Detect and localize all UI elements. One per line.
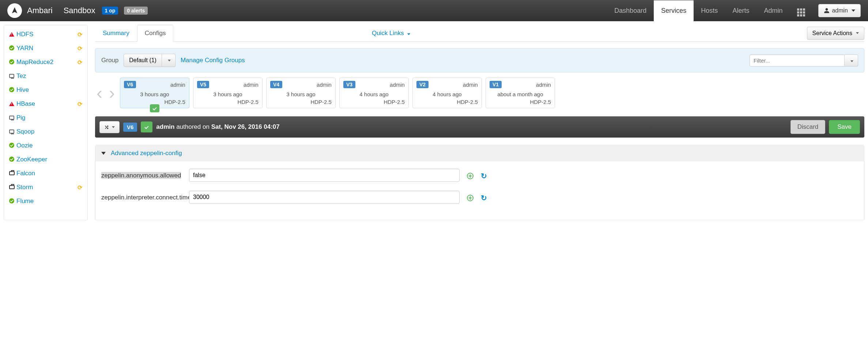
version-stack: HDP-2.5 (270, 99, 332, 105)
version-badge: V1 (490, 81, 502, 88)
cluster-name[interactable]: Sandbox (64, 6, 95, 15)
shuffle-icon: ⤭ (104, 124, 109, 131)
nav-admin[interactable]: Admin (756, 0, 790, 21)
views-grid-icon[interactable] (790, 0, 812, 23)
alert-icon (9, 101, 16, 107)
version-stack: HDP-2.5 (343, 99, 405, 105)
client-icon (9, 115, 16, 121)
refresh-icon[interactable]: ⟳ (78, 59, 82, 66)
refresh-icon[interactable]: ⟳ (78, 45, 82, 52)
version-card-v5[interactable]: V5admin 3 hours ago HDP-2.5 (193, 78, 263, 108)
version-author: admin (317, 82, 332, 88)
sidebar-item-mapreduce2[interactable]: MapReduce2⟳ (4, 55, 87, 69)
version-time: 3 hours ago (270, 91, 332, 97)
client-icon (9, 129, 16, 135)
caret-down-icon (112, 126, 115, 128)
sidebar-item-sqoop[interactable]: Sqoop (4, 125, 87, 139)
brand-label[interactable]: Ambari (27, 6, 53, 15)
save-button[interactable]: Save (829, 120, 860, 134)
client-icon (9, 73, 16, 79)
config-input-zeppelin-anonymous-allowed[interactable] (189, 169, 460, 182)
sidebar-item-storm[interactable]: Storm⟳ (4, 180, 87, 194)
override-add-icon[interactable]: + (467, 195, 473, 201)
refresh-icon[interactable]: ⟳ (78, 101, 82, 108)
config-input-zeppelin-interpreter-connect-timeout[interactable] (189, 191, 460, 204)
compare-button[interactable]: ⤭ (99, 121, 120, 133)
filter-input[interactable] (750, 55, 845, 67)
sidebar-item-yarn[interactable]: YARN⟳ (4, 41, 87, 55)
sidebar-item-hbase[interactable]: HBase⟳ (4, 97, 87, 111)
nav-dashboard[interactable]: Dashboard (607, 0, 654, 21)
top-navbar: Ambari Sandbox 1 op 0 alerts Dashboard S… (0, 0, 868, 21)
sidebar-item-oozie[interactable]: Oozie (4, 139, 87, 153)
versions-prev-arrow[interactable]: ‹ (95, 84, 104, 102)
quick-links-dropdown[interactable]: Quick Links (372, 30, 410, 37)
ok-icon (9, 198, 16, 205)
version-badge: V4 (270, 81, 282, 88)
applied-check-icon (141, 121, 152, 132)
version-card-v1[interactable]: V1admin about a month ago HDP-2.5 (486, 78, 555, 108)
version-author: admin (536, 82, 551, 88)
version-author: admin (170, 82, 185, 88)
undo-icon[interactable]: ↻ (481, 194, 487, 202)
tab-summary[interactable]: Summary (95, 25, 137, 41)
version-author: admin (390, 82, 405, 88)
user-dropdown[interactable]: admin (818, 4, 861, 17)
config-label: zeppelin.anonymous.allowed (101, 172, 181, 179)
sidebar-item-hive[interactable]: Hive (4, 83, 87, 97)
override-add-icon[interactable]: + (467, 173, 473, 179)
sidebar-item-hdfs[interactable]: HDFS⟳ (4, 27, 87, 41)
tab-configs[interactable]: Configs (137, 25, 174, 42)
main-content: Summary Configs Quick Links Service Acti… (95, 25, 864, 220)
config-group-bar: Group Default (1) Manage Config Groups (95, 48, 864, 72)
version-badge: V2 (416, 81, 429, 88)
caret-down-icon (852, 10, 855, 12)
version-author: admin (463, 82, 478, 88)
alerts-badge[interactable]: 0 alerts (124, 7, 148, 15)
sidebar-item-tez[interactable]: Tez (4, 69, 87, 83)
undo-icon[interactable]: ↻ (481, 172, 487, 180)
service-tabs: Summary Configs (95, 25, 173, 41)
config-versions-row: ‹ › V6admin 3 hours ago HDP-2.5 V5admin … (95, 78, 864, 108)
author-text: admin authored on Sat, Nov 26, 2016 04:0… (156, 123, 279, 131)
discard-button[interactable]: Discard (790, 120, 826, 134)
sidebar-item-zookeeper[interactable]: ZooKeeper (4, 153, 87, 166)
version-badge: V3 (343, 81, 355, 88)
config-row: zeppelin.interpreter.connect.timeout + ↻ (101, 191, 858, 204)
user-label: admin (832, 7, 848, 14)
sidebar-item-pig[interactable]: Pig (4, 111, 87, 125)
sidebar-item-flume[interactable]: Flume (4, 194, 87, 208)
nav-hosts[interactable]: Hosts (694, 0, 725, 21)
refresh-icon[interactable]: ⟳ (78, 31, 82, 38)
version-card-v3[interactable]: V3admin 4 hours ago HDP-2.5 (339, 78, 409, 108)
version-card-v6[interactable]: V6admin 3 hours ago HDP-2.5 (120, 78, 189, 108)
service-sidebar: HDFS⟳ YARN⟳ MapReduce2⟳ Tez Hive HBase⟳ … (4, 25, 88, 220)
version-badge: V5 (197, 81, 209, 88)
config-panel: Advanced zeppelin-config zeppelin.anonym… (95, 145, 864, 220)
service-actions-dropdown[interactable]: Service Actions (807, 27, 864, 40)
ok-icon (9, 59, 16, 65)
config-section-toggle[interactable]: Advanced zeppelin-config (95, 145, 864, 161)
version-card-v2[interactable]: V2admin 4 hours ago HDP-2.5 (412, 78, 482, 108)
version-author-bar: ⤭ V6 admin authored on Sat, Nov 26, 2016… (95, 116, 864, 138)
sidebar-item-falcon[interactable]: Falcon (4, 166, 87, 180)
ambari-logo-icon[interactable] (7, 3, 22, 18)
filter-dropdown-button[interactable] (845, 55, 858, 67)
version-stack: HDP-2.5 (490, 99, 551, 105)
nav-alerts[interactable]: Alerts (725, 0, 756, 21)
version-badge: V6 (124, 81, 136, 88)
version-card-v4[interactable]: V4admin 3 hours ago HDP-2.5 (266, 78, 336, 108)
caret-down-icon (407, 33, 410, 35)
config-label: zeppelin.interpreter.connect.timeout (101, 194, 200, 201)
versions-next-arrow[interactable]: › (107, 84, 116, 102)
config-row: zeppelin.anonymous.allowed + ↻ (101, 169, 858, 182)
nav-services[interactable]: Services (654, 0, 694, 21)
group-caret-button[interactable] (162, 54, 176, 67)
version-time: about a month ago (490, 91, 551, 97)
ops-badge[interactable]: 1 op (102, 7, 118, 15)
group-select[interactable]: Default (1) (124, 54, 176, 67)
caret-down-icon (850, 60, 853, 62)
group-selected-button[interactable]: Default (1) (124, 54, 162, 67)
manage-config-groups-link[interactable]: Manage Config Groups (181, 57, 245, 64)
refresh-icon[interactable]: ⟳ (78, 184, 82, 191)
